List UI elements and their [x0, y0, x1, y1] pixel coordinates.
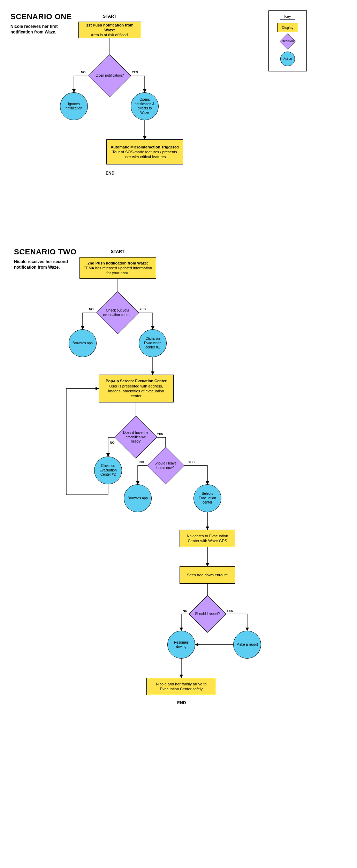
- s2-push-body: FEMA has released updated information fo…: [83, 266, 152, 276]
- scenario2-start: START: [111, 249, 124, 254]
- s1-action-ignore: Ignores notification: [60, 92, 88, 120]
- s2-yes-3: YES: [188, 460, 195, 464]
- s1-yes: YES: [132, 70, 138, 74]
- legend-display: Display: [277, 23, 298, 32]
- s2-action-report: Make a report: [233, 631, 261, 659]
- s2-popup-display: Pop-up Screen: Evcuation Center User is …: [99, 375, 174, 402]
- scenario2-title: SCENARIO TWO: [14, 247, 77, 256]
- s1-decision-open: Open notification?: [95, 61, 124, 91]
- scenario1-subtitle: Nicole receives her first notification f…: [10, 24, 73, 35]
- s1-micro-title: Automatic Microinteraction Triggered: [111, 145, 179, 149]
- s2-yes-1: YES: [139, 307, 146, 311]
- s2-action-browse: Browses app: [69, 329, 97, 357]
- s1-no: NO: [81, 70, 86, 74]
- s1-micro-display: Automatic Microinteraction Triggered Tou…: [106, 139, 183, 164]
- s1-micro-body: Tour of SOS-mode features / presents use…: [110, 149, 179, 160]
- s2-display-nav: Navigates to Evacuation Center with Waze…: [180, 530, 235, 547]
- scenario2-end: END: [177, 700, 186, 705]
- s2-yes-2: YES: [157, 432, 163, 436]
- s2-push-title: 2nd Push notification from Waze:: [88, 261, 148, 266]
- s2-decision-report: Should I report?: [195, 601, 220, 627]
- s1-action-open: Opens notification & directs to Waze: [131, 92, 159, 120]
- s2-no-2: NO: [110, 441, 115, 444]
- legend-decision: Decision: [282, 36, 293, 47]
- s2-popup-body: User is presented with address, images, …: [102, 384, 170, 399]
- scenario1-start: START: [103, 14, 116, 19]
- legend-action: Action: [280, 52, 295, 66]
- s1-push-title: 1st Push notification from Waze:: [82, 23, 137, 33]
- s2-no-1: NO: [89, 307, 94, 311]
- s2-action-browse2: Browses app: [124, 484, 152, 512]
- scenario1-title: SCENARIO ONE: [10, 12, 72, 21]
- scenario1-end: END: [106, 171, 114, 176]
- s2-push-display: 2nd Push notification from Waze: FEMA ha…: [79, 257, 156, 279]
- s2-display-arrive: Nicole and her family arrive to Evacuati…: [146, 678, 216, 695]
- s2-action-click1: Clicks on Evacuation center #1: [139, 329, 167, 357]
- s2-decision-amenities: Does it have the amenities we need?: [121, 422, 151, 452]
- s2-action-click2: Clicks on Evacuation Center #2: [94, 456, 122, 484]
- s2-action-select: Selects Evacuation center: [193, 484, 221, 512]
- scenario2-subtitle: Nicole receives her second notification …: [14, 259, 77, 270]
- legend-heading: Key: [280, 14, 295, 20]
- s2-action-resume: Resumes driving: [167, 631, 195, 659]
- s2-display-tree: Sees tree down enroute: [180, 566, 235, 584]
- s2-yes-4: YES: [227, 609, 233, 613]
- s1-push-display: 1st Push notification from Waze: Area is…: [78, 22, 141, 38]
- s2-decision-leave: Should I leave home now?: [153, 453, 178, 478]
- s2-no-3: NO: [139, 460, 144, 464]
- s2-no-4: NO: [183, 609, 188, 613]
- s2-decision-checkout: Check out your evacuation centers: [103, 298, 132, 328]
- s1-push-body: Area is at risk of flood.: [91, 32, 129, 37]
- legend-key: Key Display Decision Action: [268, 10, 307, 71]
- s2-popup-title: Pop-up Screen: Evcuation Center: [106, 378, 167, 383]
